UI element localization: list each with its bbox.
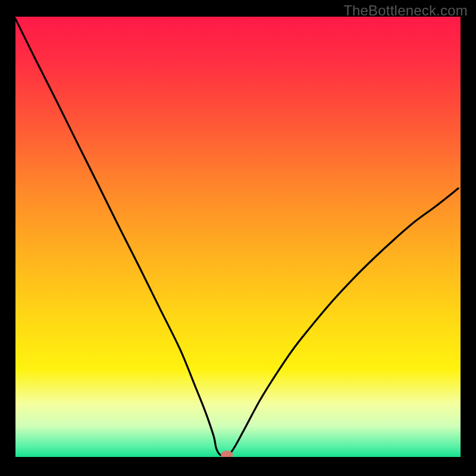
- optimum-marker: [221, 450, 233, 459]
- bottleneck-plot: [0, 0, 476, 476]
- chart-frame: { "watermark": "TheBottleneck.com", "col…: [0, 0, 476, 476]
- gradient-background: [15, 17, 461, 457]
- watermark-label: TheBottleneck.com: [343, 2, 468, 19]
